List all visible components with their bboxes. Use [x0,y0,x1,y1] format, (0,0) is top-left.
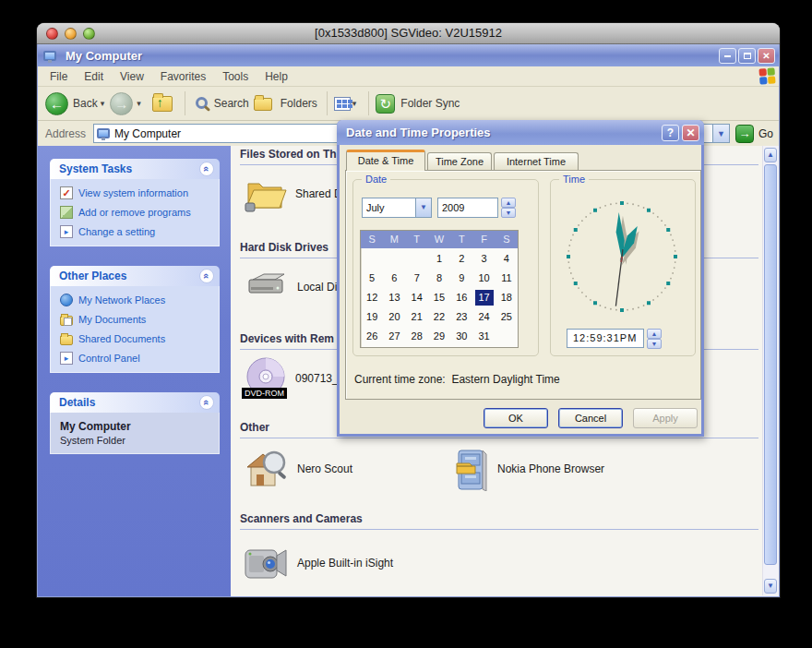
go-button[interactable]: Go [758,127,773,140]
calendar-day[interactable]: 27 [383,328,405,347]
forward-dropdown-icon[interactable]: ▾ [137,99,141,108]
back-button[interactable]: Back [73,97,98,110]
time-spinner[interactable]: ▲ ▼ [647,329,662,348]
xp-titlebar[interactable]: My Computer ✕ [38,44,779,66]
search-icon[interactable] [196,97,208,109]
collapse-chevron-icon[interactable]: « [199,269,214,283]
menu-file[interactable]: File [42,70,76,83]
menu-view[interactable]: View [112,70,152,83]
calendar-day[interactable]: 24 [472,308,495,328]
spin-down-icon[interactable]: ▼ [647,339,662,349]
isight-camera-item[interactable]: Apple Built-in iSight [242,541,393,585]
sidebar-item-my-network-places[interactable]: My Network Places [60,294,213,306]
sidebar-item-change-a-setting[interactable]: ▸ Change a setting [60,225,213,238]
year-spinner[interactable]: ▲ ▼ [501,198,516,218]
month-dropdown-icon[interactable]: ▼ [415,198,431,217]
tab-time-zone[interactable]: Time Zone [427,152,492,171]
calendar-day[interactable]: 3 [472,250,495,270]
forward-icon[interactable]: → [110,92,133,115]
calendar-day[interactable]: 11 [496,270,518,289]
calendar-day[interactable]: 20 [383,308,405,328]
apply-button[interactable]: Apply [633,408,698,428]
collapse-chevron-icon[interactable]: « [199,162,214,176]
go-icon[interactable]: → [735,125,754,143]
system-tasks-header[interactable]: System Tasks « [50,159,220,179]
month-select[interactable]: July ▼ [362,198,432,218]
calendar-day[interactable]: 14 [406,289,428,308]
vertical-scrollbar[interactable]: ▲ ▼ [762,146,778,595]
calendar-day[interactable]: 2 [450,250,472,270]
help-icon[interactable]: ? [662,125,679,141]
calendar-day[interactable]: 19 [361,308,383,328]
calendar-day[interactable]: 18 [496,289,518,308]
dvd-drive-item[interactable]: DVD-ROM 090713_ [244,356,339,401]
tab-date-time[interactable]: Date & Time [346,150,425,171]
up-folder-icon[interactable]: ↑ [152,96,173,112]
calendar-day[interactable]: 13 [383,289,405,308]
scroll-up-icon[interactable]: ▲ [764,148,777,162]
menu-help[interactable]: Help [257,70,296,83]
folders-button[interactable]: Folders [281,97,317,110]
calendar-day[interactable]: 28 [406,328,428,347]
menu-tools[interactable]: Tools [214,70,257,83]
restore-button[interactable] [738,48,756,64]
back-icon[interactable]: ← [45,92,68,115]
calendar-day[interactable]: 26 [361,328,383,347]
views-icon[interactable] [334,97,351,111]
calendar-day[interactable]: 16 [450,289,472,308]
calendar-day[interactable]: 7 [406,270,428,289]
calendar-day-selected[interactable]: 17 [475,290,494,306]
calendar-day[interactable]: 22 [428,308,450,328]
calendar-day[interactable]: 23 [450,308,472,328]
collapse-chevron-icon[interactable]: « [199,395,214,410]
calendar-day[interactable]: 25 [496,308,518,328]
calendar-day[interactable]: 29 [428,328,450,347]
spin-down-icon[interactable]: ▼ [501,208,516,218]
folder-sync-icon[interactable]: ↻ [376,94,395,114]
year-input[interactable]: 2009 [437,198,498,218]
back-dropdown-icon[interactable]: ▾ [101,99,105,108]
menu-favorites[interactable]: Favorites [152,70,214,83]
dialog-titlebar[interactable]: Date and Time Properties ? ✕ [337,120,704,145]
details-header[interactable]: Details « [50,392,220,413]
other-places-header[interactable]: Other Places « [50,266,220,286]
calendar-day[interactable]: 5 [361,270,383,289]
nokia-phone-browser-item[interactable]: Nokia Phone Browser [453,447,604,491]
calendar-day[interactable]: 1 [428,250,450,270]
address-dropdown-icon[interactable]: ▼ [713,124,730,143]
tab-internet-time[interactable]: Internet Time [494,152,579,171]
mac-titlebar[interactable]: [0x1533d800] SGVideo: V2U15912 [37,23,780,44]
menu-edit[interactable]: Edit [76,70,112,83]
shared-documents-item[interactable]: Shared D [244,172,342,216]
spin-up-icon[interactable]: ▲ [501,198,516,208]
nero-scout-item[interactable]: Nero Scout [245,447,352,491]
folder-sync-button[interactable]: Folder Sync [400,97,460,110]
dialog-close-icon[interactable]: ✕ [682,125,699,141]
search-button[interactable]: Search [214,97,249,110]
time-input[interactable]: 12:59:31PM [567,329,644,348]
sidebar-item-view-system-information[interactable]: ✓ View system information [60,186,213,199]
calendar-day[interactable]: 30 [450,328,472,347]
scrollbar-thumb[interactable] [764,164,777,565]
calendar-day[interactable]: 12 [361,289,383,308]
sidebar-item-shared-documents[interactable]: Shared Documents [60,332,213,345]
folders-icon[interactable] [254,98,272,111]
calendar-day[interactable]: 15 [428,289,450,308]
calendar-day[interactable]: 4 [496,250,518,270]
views-dropdown-icon[interactable]: ▾ [352,99,357,108]
calendar-day[interactable]: 9 [450,270,472,289]
local-disk-item[interactable]: Local Dis [245,269,342,306]
spin-up-icon[interactable]: ▲ [647,329,662,339]
ok-button[interactable]: OK [484,408,548,428]
cancel-button[interactable]: Cancel [558,408,623,428]
calendar-day[interactable]: 21 [406,308,428,328]
calendar-day[interactable]: 10 [472,270,495,289]
calendar-day[interactable]: 31 [472,328,495,347]
sidebar-item-my-documents[interactable]: My Documents [60,313,213,326]
scroll-down-icon[interactable]: ▼ [764,579,777,594]
close-button[interactable]: ✕ [758,48,775,64]
sidebar-item-control-panel[interactable]: ▸ Control Panel [60,352,213,365]
minimize-button[interactable] [719,48,736,64]
sidebar-item-add-remove-programs[interactable]: Add or remove programs [60,206,213,219]
calendar-day[interactable]: 6 [383,270,405,289]
